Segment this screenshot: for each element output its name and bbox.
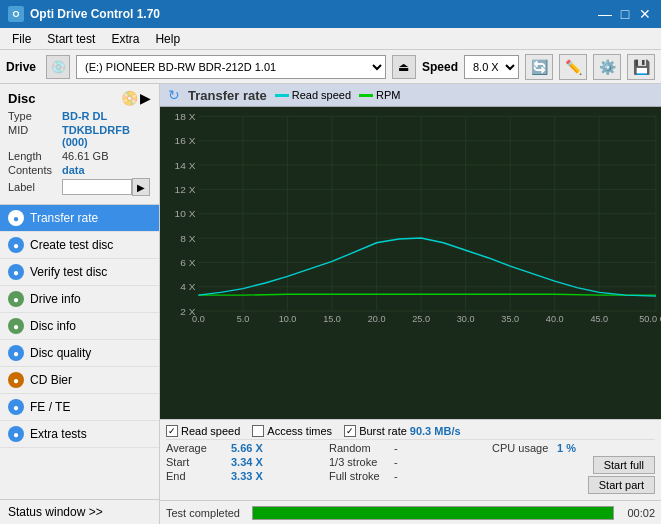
svg-text:4 X: 4 X [180, 282, 196, 293]
nav-label-cd-bier: CD Bier [30, 373, 72, 387]
legend-check-read: ✓ Read speed [166, 425, 240, 437]
nav-item-fe-te[interactable]: ● FE / TE [0, 394, 159, 421]
chart-svg: 18 X 16 X 14 X 12 X 10 X 8 X 6 X 4 X 2 X… [160, 107, 661, 327]
nav-dot: ● [8, 264, 24, 280]
nav-dot: ● [8, 399, 24, 415]
legend-read-color [275, 94, 289, 97]
eject-button[interactable]: ⏏ [392, 55, 416, 79]
svg-text:40.0: 40.0 [546, 315, 564, 325]
nav-item-extra-tests[interactable]: ● Extra tests [0, 421, 159, 448]
disc-type-value: BD-R DL [62, 110, 107, 122]
nav-item-cd-bier[interactable]: ● CD Bier [0, 367, 159, 394]
svg-text:8 X: 8 X [180, 233, 196, 244]
svg-text:14 X: 14 X [175, 160, 196, 171]
disc-mid-label: MID [8, 124, 62, 136]
read-speed-legend-label: Read speed [181, 425, 240, 437]
window-controls: — □ ✕ [597, 6, 653, 22]
svg-text:35.0: 35.0 [501, 315, 519, 325]
stat-val-start: 3.34 X [231, 456, 263, 468]
disc-label-go[interactable]: ▶ [132, 178, 150, 196]
nav-label-transfer-rate: Transfer rate [30, 211, 98, 225]
menu-help[interactable]: Help [147, 30, 188, 48]
nav-item-disc-info[interactable]: ● Disc info [0, 313, 159, 340]
stat-val-end: 3.33 X [231, 470, 263, 482]
speed-select[interactable]: 8.0 X [464, 55, 519, 79]
main-layout: Disc 📀 ▶ Type BD-R DL MID TDKBLDRFB (000… [0, 84, 661, 524]
stat-val-1-3-stroke: - [394, 456, 414, 468]
legend-rpm: RPM [359, 89, 400, 101]
legend-read-speed: Read speed [275, 89, 351, 101]
burst-rate-checkbox[interactable]: ✓ [344, 425, 356, 437]
disc-icon-eject[interactable]: 📀 [121, 90, 138, 106]
nav-dot: ● [8, 345, 24, 361]
nav-label-disc-quality: Disc quality [30, 346, 91, 360]
chart-header: ↻ Transfer rate Read speed RPM [160, 84, 661, 107]
minimize-button[interactable]: — [597, 6, 613, 22]
nav-label-create-test-disc: Create test disc [30, 238, 113, 252]
nav-label-extra-tests: Extra tests [30, 427, 87, 441]
stat-label-random: Random [329, 442, 394, 454]
write-button[interactable]: ✏️ [559, 54, 587, 80]
refresh-button[interactable]: 🔄 [525, 54, 553, 80]
nav-dot: ● [8, 318, 24, 334]
svg-text:15.0: 15.0 [323, 315, 341, 325]
app-icon: O [8, 6, 24, 22]
stat-row-cpu: CPU usage 1 % [492, 442, 655, 454]
progress-track [252, 506, 614, 520]
svg-text:20.0: 20.0 [368, 315, 386, 325]
svg-text:18 X: 18 X [175, 111, 196, 122]
stat-label-start: Start [166, 456, 231, 468]
read-speed-checkbox[interactable]: ✓ [166, 425, 178, 437]
disc-icon-info[interactable]: ▶ [140, 90, 151, 106]
save-button[interactable]: 💾 [627, 54, 655, 80]
nav-item-transfer-rate[interactable]: ● Transfer rate [0, 205, 159, 232]
drive-select[interactable]: (E:) PIONEER BD-RW BDR-212D 1.01 [76, 55, 386, 79]
disc-label-input[interactable] [62, 179, 132, 195]
maximize-button[interactable]: □ [617, 6, 633, 22]
legend-check-access: Access times [252, 425, 332, 437]
svg-text:50.0 GB: 50.0 GB [639, 315, 661, 325]
nav-dot: ● [8, 372, 24, 388]
sidebar: Disc 📀 ▶ Type BD-R DL MID TDKBLDRFB (000… [0, 84, 160, 524]
legend-rpm-label: RPM [376, 89, 400, 101]
stat-label-cpu: CPU usage [492, 442, 557, 454]
menu-extra[interactable]: Extra [103, 30, 147, 48]
content-area: ↻ Transfer rate Read speed RPM [160, 84, 661, 524]
nav-item-disc-quality[interactable]: ● Disc quality [0, 340, 159, 367]
nav-item-drive-info[interactable]: ● Drive info [0, 286, 159, 313]
settings-button[interactable]: ⚙️ [593, 54, 621, 80]
access-times-checkbox[interactable] [252, 425, 264, 437]
svg-text:10.0: 10.0 [279, 315, 297, 325]
stats-col-mid: Random - 1/3 stroke - Full stroke - [329, 442, 492, 496]
nav-item-create-test-disc[interactable]: ● Create test disc [0, 232, 159, 259]
stat-label-average: Average [166, 442, 231, 454]
stats-bar: ✓ Read speed Access times ✓ Burst rate 9… [160, 419, 661, 500]
stat-label-end: End [166, 470, 231, 482]
menu-start-test[interactable]: Start test [39, 30, 103, 48]
nav-item-verify-test-disc[interactable]: ● Verify test disc [0, 259, 159, 286]
progress-time: 00:02 [620, 507, 655, 519]
burst-rate-value: 90.3 MB/s [410, 425, 461, 437]
nav-label-verify-test-disc: Verify test disc [30, 265, 107, 279]
menu-file[interactable]: File [4, 30, 39, 48]
disc-mid-value: TDKBLDRFB (000) [62, 124, 151, 148]
disc-length-value: 46.61 GB [62, 150, 108, 162]
stat-row-end: End 3.33 X [166, 470, 329, 482]
drive-icon: 💿 [46, 55, 70, 79]
stat-row-random: Random - [329, 442, 492, 454]
close-button[interactable]: ✕ [637, 6, 653, 22]
legend-rpm-color [359, 94, 373, 97]
start-full-button[interactable]: Start full [593, 456, 655, 474]
svg-text:25.0: 25.0 [412, 315, 430, 325]
stat-val-full-stroke: - [394, 470, 414, 482]
access-times-legend-label: Access times [267, 425, 332, 437]
drive-bar: Drive 💿 (E:) PIONEER BD-RW BDR-212D 1.01… [0, 50, 661, 84]
disc-type-label: Type [8, 110, 62, 122]
speed-label: Speed [422, 60, 458, 74]
svg-text:5.0: 5.0 [237, 315, 250, 325]
disc-contents-label: Contents [8, 164, 62, 176]
stat-row-start: Start 3.34 X [166, 456, 329, 468]
start-part-button[interactable]: Start part [588, 476, 655, 494]
status-window[interactable]: Status window >> [0, 499, 159, 524]
svg-text:16 X: 16 X [175, 136, 196, 147]
